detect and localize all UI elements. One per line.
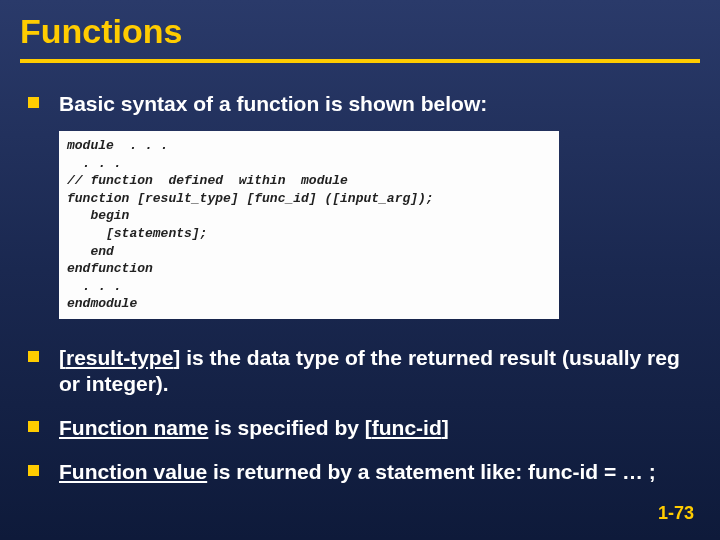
- square-bullet-icon: [28, 465, 39, 476]
- slide-number: 1-73: [658, 503, 694, 524]
- content-area: Basic syntax of a function is shown belo…: [20, 91, 700, 486]
- bullet-text: [result-type] is the data type of the re…: [59, 345, 700, 398]
- bullet-item: [result-type] is the data type of the re…: [28, 345, 700, 398]
- square-bullet-icon: [28, 97, 39, 108]
- square-bullet-icon: [28, 421, 39, 432]
- bullet-item: Function value is returned by a statemen…: [28, 459, 700, 485]
- bullet-item: Basic syntax of a function is shown belo…: [28, 91, 700, 117]
- bullet-text: Function value is returned by a statemen…: [59, 459, 656, 485]
- bullet-text: Function name is specified by [func-id]: [59, 415, 449, 441]
- slide-title: Functions: [20, 12, 700, 63]
- bullet-text: Basic syntax of a function is shown belo…: [59, 91, 487, 117]
- code-block: module . . . . . . // function defined w…: [59, 131, 559, 318]
- bullet-item: Function name is specified by [func-id]: [28, 415, 700, 441]
- square-bullet-icon: [28, 351, 39, 362]
